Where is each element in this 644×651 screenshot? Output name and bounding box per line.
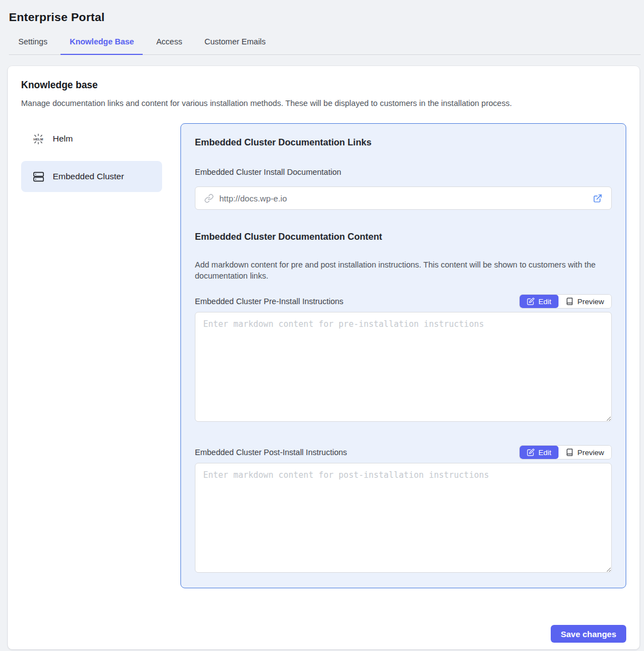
tab-knowledge-base[interactable]: Knowledge Base — [61, 32, 143, 55]
nav-item-label: Helm — [53, 134, 73, 144]
edit-button-label: Edit — [539, 297, 551, 306]
pre-install-label: Embedded Cluster Pre-Install Instruction… — [195, 297, 344, 309]
open-external-link-button[interactable] — [592, 193, 603, 204]
tab-customer-emails[interactable]: Customer Emails — [195, 32, 274, 55]
edit-icon — [527, 297, 535, 305]
nav-item-helm[interactable]: HELM Helm — [21, 123, 162, 154]
app-header: Enterprise Portal — [0, 0, 644, 24]
install-method-nav: HELM Helm Embedded Cluster — [21, 123, 162, 588]
edit-button[interactable]: Edit — [520, 446, 559, 459]
documentation-content-heading: Embedded Cluster Documentation Content — [195, 231, 612, 242]
preview-button[interactable]: Preview — [559, 295, 611, 308]
install-doc-url-input[interactable] — [219, 194, 592, 203]
post-install-editor: Embedded Cluster Post-Install Instructio… — [195, 445, 612, 575]
page-title: Enterprise Portal — [9, 11, 644, 24]
book-icon — [566, 297, 573, 305]
documentation-content-description: Add markdown content for pre and post in… — [195, 259, 612, 281]
pre-install-textarea[interactable] — [195, 312, 612, 422]
helm-icon: HELM — [32, 133, 45, 145]
pre-install-mode-toggle: Edit Preview — [519, 294, 612, 309]
tab-access[interactable]: Access — [147, 32, 191, 55]
tab-bar: Settings Knowledge Base Access Customer … — [9, 32, 641, 55]
preview-button[interactable]: Preview — [559, 446, 611, 459]
link-icon — [204, 194, 214, 203]
external-link-icon — [593, 194, 602, 203]
preview-button-label: Preview — [577, 297, 604, 306]
server-stack-icon — [32, 171, 45, 183]
edit-icon — [527, 448, 535, 456]
nav-item-label: Embedded Cluster — [53, 171, 124, 181]
tab-settings[interactable]: Settings — [9, 32, 56, 55]
book-icon — [566, 448, 573, 456]
pre-install-editor: Embedded Cluster Pre-Install Instruction… — [195, 294, 612, 424]
section-title: Knowledge base — [21, 79, 626, 91]
preview-button-label: Preview — [577, 448, 604, 457]
nav-item-embedded-cluster[interactable]: Embedded Cluster — [21, 161, 162, 192]
documentation-links-heading: Embedded Cluster Documentation Links — [195, 137, 612, 148]
edit-button-label: Edit — [539, 448, 551, 457]
save-changes-button[interactable]: Save changes — [551, 625, 626, 643]
knowledge-base-card: Knowledge base Manage documentation link… — [8, 66, 640, 649]
edit-button[interactable]: Edit — [520, 295, 559, 308]
embedded-cluster-panel: Embedded Cluster Documentation Links Emb… — [180, 123, 626, 588]
post-install-textarea[interactable] — [195, 463, 612, 573]
post-install-label: Embedded Cluster Post-Install Instructio… — [195, 448, 347, 460]
install-doc-input-wrap — [195, 186, 612, 210]
section-description: Manage documentation links and content f… — [21, 99, 626, 108]
post-install-mode-toggle: Edit Preview — [519, 445, 612, 460]
install-doc-label: Embedded Cluster Install Documentation — [195, 168, 612, 176]
svg-text:HELM: HELM — [33, 137, 43, 141]
